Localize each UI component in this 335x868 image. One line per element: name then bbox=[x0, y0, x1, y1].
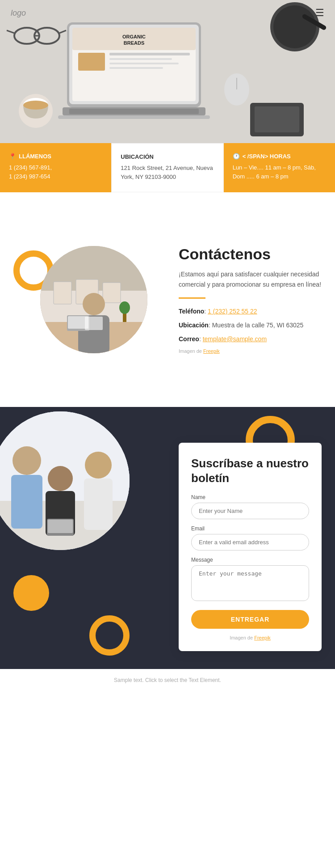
svg-point-36 bbox=[83, 293, 105, 315]
email-input[interactable] bbox=[191, 534, 309, 550]
svg-rect-16 bbox=[109, 53, 190, 55]
svg-rect-29 bbox=[255, 106, 299, 132]
info-card-hours-text: Lun – Vie.... 11 am – 8 pm, Sáb, Dom ...… bbox=[233, 163, 326, 181]
svg-rect-33 bbox=[54, 282, 71, 304]
menu-icon[interactable]: ☰ bbox=[315, 7, 324, 19]
email-link[interactable]: template@sample.com bbox=[203, 335, 267, 343]
email-label: Email bbox=[191, 525, 309, 532]
info-card-call-title: 📍 LLÁMENOS bbox=[9, 153, 102, 160]
message-label: Message bbox=[191, 557, 309, 563]
svg-point-41 bbox=[119, 301, 130, 314]
info-card-hours-title: 🕐 < /SPAN> HORAS bbox=[233, 153, 326, 160]
contact-location: Ubicación: Muestra de la calle 75, WI 63… bbox=[179, 321, 322, 330]
contact-section: Contáctenos ¡Estamos aquí para satisface… bbox=[0, 192, 335, 407]
newsletter-title: Suscríbase a nuestro boletín bbox=[191, 456, 309, 485]
newsletter-section: Suscríbase a nuestro boletín Name Email … bbox=[0, 407, 335, 669]
logo: logo bbox=[11, 8, 26, 18]
phone-icon: 📍 bbox=[9, 153, 16, 160]
contact-freepik: Imagen de Freepik bbox=[179, 348, 322, 354]
freepik-link[interactable]: Freepik bbox=[203, 348, 220, 354]
info-card-call-text: 1 (234) 567-891, 1 (234) 987-654 bbox=[9, 163, 102, 181]
info-card-location-text: 121 Rock Street, 21 Avenue, Nueva York, … bbox=[121, 164, 214, 181]
svg-rect-15 bbox=[78, 53, 105, 71]
clock-icon: 🕐 bbox=[233, 153, 240, 160]
svg-rect-22 bbox=[58, 115, 210, 119]
nl-freepik-link[interactable]: Freepik bbox=[254, 635, 271, 640]
name-label: Name bbox=[191, 494, 309, 500]
contact-right: Contáctenos ¡Estamos aquí para satisface… bbox=[170, 246, 322, 354]
contact-email: Correo: template@sample.com bbox=[179, 334, 322, 344]
contact-photo bbox=[40, 246, 147, 353]
svg-point-8 bbox=[23, 101, 48, 110]
svg-rect-18 bbox=[109, 63, 179, 64]
svg-text:ORGANIC: ORGANIC bbox=[122, 34, 146, 39]
svg-rect-35 bbox=[103, 283, 121, 303]
svg-rect-17 bbox=[109, 58, 172, 60]
svg-text:BREADS: BREADS bbox=[124, 40, 144, 46]
svg-rect-42 bbox=[85, 317, 103, 330]
message-input[interactable] bbox=[191, 565, 309, 601]
submit-button[interactable]: ENTREGAR bbox=[191, 610, 309, 629]
phone-link[interactable]: 1 (232) 252 55 22 bbox=[208, 308, 257, 315]
contact-left bbox=[13, 246, 156, 353]
info-card-location-title: UBICACIÓN bbox=[121, 153, 214, 160]
contact-title: Contáctenos bbox=[179, 246, 322, 263]
info-cards: 📍 LLÁMENOS 1 (234) 567-891, 1 (234) 987-… bbox=[0, 143, 335, 192]
newsletter-form-card: Suscríbase a nuestro boletín Name Email … bbox=[179, 443, 322, 651]
contact-phone: Teléfono: 1 (232) 252 55 22 bbox=[179, 307, 322, 316]
info-card-location: UBICACIÓN 121 Rock Street, 21 Avenue, Nu… bbox=[111, 143, 223, 192]
name-input[interactable] bbox=[191, 503, 309, 519]
nl-freepik: Imagen de Freepik bbox=[191, 635, 309, 640]
nl-content: Suscríbase a nuestro boletín Name Email … bbox=[0, 434, 335, 651]
contact-divider bbox=[179, 297, 205, 299]
contact-description: ¡Estamos aquí para satisfacer cualquier … bbox=[179, 269, 322, 289]
svg-rect-21 bbox=[69, 109, 199, 114]
svg-rect-19 bbox=[109, 67, 163, 69]
info-card-hours: 🕐 < /SPAN> HORAS Lun – Vie.... 11 am – 8… bbox=[224, 143, 335, 192]
footer-note: Sample text. Click to select the Text El… bbox=[0, 669, 335, 691]
header: logo ☰ bbox=[0, 0, 335, 26]
info-card-call: 📍 LLÁMENOS 1 (234) 567-891, 1 (234) 987-… bbox=[0, 143, 111, 192]
